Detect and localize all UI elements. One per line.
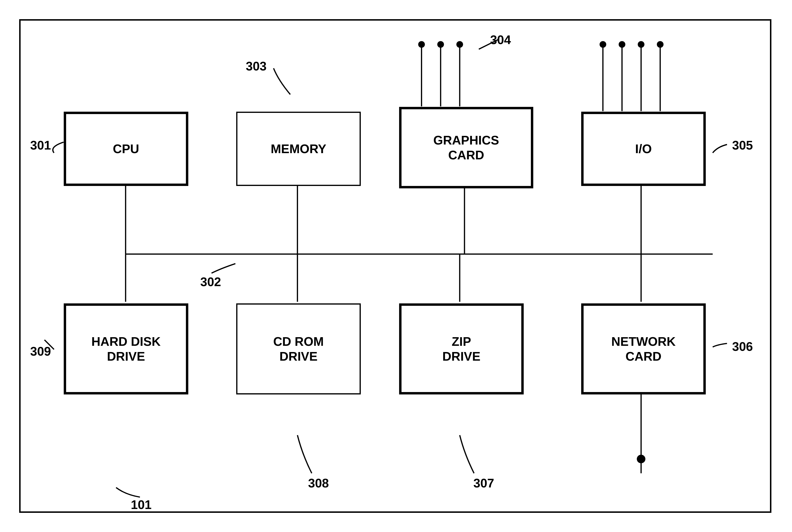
hdd-label: HARD DISKDRIVE: [92, 334, 161, 364]
svg-point-14: [456, 41, 463, 48]
network-label: NETWORKCARD: [611, 334, 676, 364]
ref-309: 309: [30, 344, 51, 359]
network-card-box: NETWORKCARD: [581, 303, 706, 395]
ref-303: 303: [246, 59, 267, 73]
memory-box: MEMORY: [236, 112, 361, 186]
svg-point-20: [619, 41, 625, 48]
svg-point-21: [638, 41, 644, 48]
ref-307: 307: [474, 476, 494, 490]
connections-svg: [21, 21, 770, 511]
svg-point-13: [437, 41, 444, 48]
ref-101: 101: [131, 497, 152, 512]
graphics-card-box: GRAPHICSCARD: [399, 107, 533, 188]
cpu-label: CPU: [113, 141, 139, 156]
memory-label: MEMORY: [271, 141, 326, 156]
ref-302: 302: [200, 274, 221, 289]
cpu-box: CPU: [64, 112, 188, 186]
cdrom-box: CD ROMDRIVE: [236, 303, 361, 395]
ref-306: 306: [732, 339, 753, 354]
zip-drive-box: ZIPDRIVE: [399, 303, 524, 395]
cdrom-label: CD ROMDRIVE: [273, 334, 324, 364]
ref-304: 304: [490, 33, 511, 47]
svg-point-12: [418, 41, 425, 48]
svg-point-22: [657, 41, 663, 48]
diagram-container: CPU MEMORY GRAPHICSCARD I/O HARD DISKDRI…: [19, 19, 771, 513]
svg-point-19: [600, 41, 606, 48]
ref-308: 308: [308, 476, 329, 490]
io-label: I/O: [635, 141, 652, 156]
ref-301: 301: [30, 138, 51, 152]
ref-305: 305: [732, 138, 753, 152]
hdd-box: HARD DISKDRIVE: [64, 303, 188, 395]
graphics-label: GRAPHICSCARD: [433, 133, 499, 163]
zip-label: ZIPDRIVE: [443, 334, 481, 364]
svg-point-23: [637, 455, 645, 463]
io-box: I/O: [581, 112, 706, 186]
